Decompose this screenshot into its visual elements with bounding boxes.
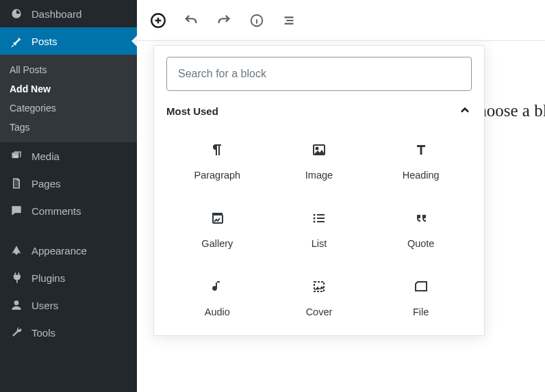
section-title: Most Used xyxy=(166,105,218,117)
block-label: Cover xyxy=(306,306,333,317)
sidebar-item-posts[interactable]: Posts xyxy=(0,27,137,55)
users-icon xyxy=(8,298,25,312)
appearance-icon xyxy=(8,244,25,257)
sidebar-item-label: Media xyxy=(31,151,60,162)
block-gallery[interactable]: Gallery xyxy=(166,194,268,263)
sidebar-item-label: Tools xyxy=(31,327,55,339)
sidebar-item-label: Comments xyxy=(31,205,81,217)
block-label: Heading xyxy=(403,170,440,181)
redo-button[interactable] xyxy=(215,12,233,29)
list-icon xyxy=(310,209,328,227)
paragraph-icon xyxy=(208,141,226,159)
sidebar-item-label: Appearance xyxy=(31,245,87,257)
undo-button[interactable] xyxy=(182,12,200,29)
block-cover[interactable]: Cover xyxy=(268,263,370,331)
sidebar-item-plugins[interactable]: Plugins xyxy=(0,264,137,291)
image-icon xyxy=(310,141,328,159)
comments-icon xyxy=(8,204,25,218)
sidebar-item-media[interactable]: Media xyxy=(0,142,137,170)
heading-icon xyxy=(412,141,430,159)
chevron-up-icon xyxy=(458,103,472,119)
add-block-button[interactable] xyxy=(149,12,167,29)
file-icon xyxy=(412,278,430,296)
svg-point-7 xyxy=(313,214,315,216)
sidebar-item-pages[interactable]: Pages xyxy=(0,170,137,197)
block-paragraph[interactable]: Paragraph xyxy=(166,126,268,194)
block-audio[interactable]: Audio xyxy=(166,263,268,331)
tools-icon xyxy=(8,326,25,339)
sidebar-item-label: Dashboard xyxy=(31,8,81,20)
sidebar-item-label: Pages xyxy=(31,178,61,190)
block-list[interactable]: List xyxy=(268,194,370,263)
sidebar-item-comments[interactable]: Comments xyxy=(0,197,137,224)
pin-icon xyxy=(8,34,25,48)
submenu-all-posts[interactable]: All Posts xyxy=(0,60,137,79)
info-button[interactable] xyxy=(248,12,266,29)
gallery-icon xyxy=(208,209,226,227)
sidebar-item-tools[interactable]: Tools xyxy=(0,319,137,346)
svg-point-1 xyxy=(14,300,19,305)
svg-point-5 xyxy=(316,148,318,150)
svg-point-9 xyxy=(313,221,315,223)
block-label: List xyxy=(312,238,327,249)
submenu-categories[interactable]: Categories xyxy=(0,99,137,118)
dashboard-icon xyxy=(8,7,25,21)
blocks-grid: Paragraph Image Heading Gallery List Quo xyxy=(166,126,472,331)
pages-icon xyxy=(8,177,25,190)
block-search-input[interactable] xyxy=(166,57,472,91)
quote-icon xyxy=(412,209,430,227)
outline-button[interactable] xyxy=(281,12,299,29)
admin-sidebar: Dashboard Posts All Posts Add New Catego… xyxy=(0,0,137,392)
block-label: Quote xyxy=(407,238,435,249)
editor-toolbar xyxy=(137,0,545,41)
sidebar-item-label: Plugins xyxy=(31,272,65,284)
editor-area: Start writing or type / to choose a bloc… xyxy=(137,0,545,392)
submenu-tags[interactable]: Tags xyxy=(0,118,137,137)
block-label: Gallery xyxy=(201,238,233,249)
block-label: File xyxy=(413,306,429,317)
block-image[interactable]: Image xyxy=(268,126,370,194)
block-inserter-panel: Most Used Paragraph Image Heading Galler… xyxy=(153,45,485,336)
block-heading[interactable]: Heading xyxy=(370,126,472,194)
svg-rect-10 xyxy=(317,214,325,215)
plugins-icon xyxy=(8,271,25,285)
sidebar-item-users[interactable]: Users xyxy=(0,291,137,319)
media-icon xyxy=(8,149,25,163)
sidebar-item-label: Users xyxy=(31,300,58,311)
section-most-used[interactable]: Most Used xyxy=(166,91,472,126)
sidebar-item-appearance[interactable]: Appearance xyxy=(0,237,137,264)
block-quote[interactable]: Quote xyxy=(370,194,472,263)
svg-rect-12 xyxy=(317,221,325,222)
sidebar-item-dashboard[interactable]: Dashboard xyxy=(0,0,137,27)
block-file[interactable]: File xyxy=(370,263,472,331)
audio-icon xyxy=(208,278,226,296)
svg-point-0 xyxy=(14,154,15,155)
svg-rect-11 xyxy=(317,218,325,219)
block-label: Paragraph xyxy=(194,170,240,181)
block-label: Audio xyxy=(205,306,230,317)
sidebar-item-label: Posts xyxy=(31,36,58,47)
sidebar-spacer xyxy=(0,224,137,237)
block-label: Image xyxy=(305,170,333,181)
submenu-add-new[interactable]: Add New xyxy=(0,79,137,99)
cover-icon xyxy=(310,278,328,296)
posts-submenu: All Posts Add New Categories Tags xyxy=(0,55,137,142)
svg-point-8 xyxy=(313,218,315,220)
